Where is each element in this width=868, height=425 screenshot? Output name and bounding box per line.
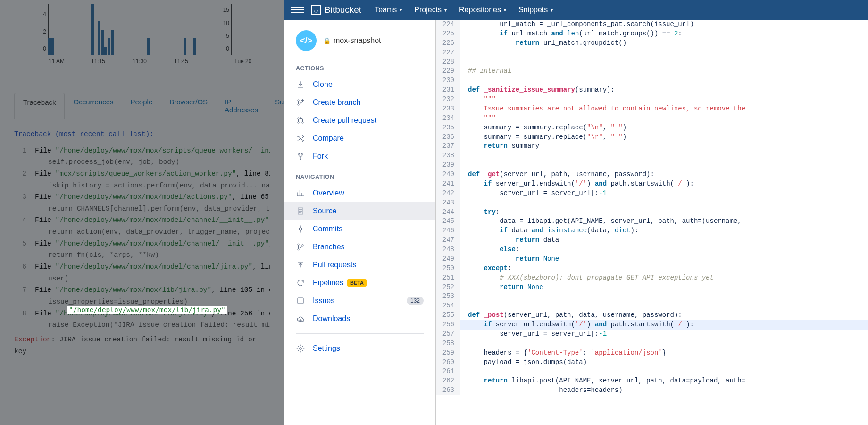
- code-line[interactable]: 248 else:: [436, 245, 868, 255]
- code-line[interactable]: 257 server_url = server_url[:-1]: [436, 330, 868, 339]
- line-number: 226: [436, 39, 460, 48]
- tab-suspect[interactable]: Suspect: [267, 93, 284, 119]
- navigation-section-label: NAVIGATION: [284, 165, 435, 184]
- highlighted-file-path[interactable]: "/home/deploy/www/mox/mox/lib/jira.py": [67, 306, 227, 314]
- code-line[interactable]: 245 data = libapi.get(API_NAME, server_u…: [436, 217, 868, 226]
- code-line[interactable]: 242 server_url = server_url[:-1]: [436, 189, 868, 198]
- sidebar-item-downloads[interactable]: Downloads: [284, 310, 435, 328]
- square-icon: [296, 296, 305, 306]
- code-line[interactable]: 234 """: [436, 114, 868, 123]
- code-line[interactable]: 237 return summary: [436, 142, 868, 151]
- sidebar-item-overview[interactable]: Overview: [284, 184, 435, 202]
- cycle-icon: [296, 278, 305, 288]
- sidebar-item-clone[interactable]: Clone: [284, 76, 435, 94]
- code-line[interactable]: 263 headers=headers): [436, 386, 868, 395]
- nav-projects[interactable]: Projects▾: [414, 6, 447, 14]
- line-number: 249: [436, 255, 460, 264]
- settings-label: Settings: [313, 344, 340, 353]
- code-line[interactable]: 246 if data and isinstance(data, dict):: [436, 226, 868, 236]
- item-label: Source: [313, 207, 337, 215]
- code-line[interactable]: 240def _get(server_url, path, username, …: [436, 170, 868, 179]
- svg-point-15: [300, 348, 302, 350]
- code-line[interactable]: 251 # XXX(sbezboro): dont propagate GET …: [436, 273, 868, 283]
- cloud-icon: [296, 314, 305, 323]
- tab-traceback[interactable]: Traceback: [14, 93, 65, 119]
- item-label: Pipelines: [313, 279, 343, 287]
- source-code-viewer[interactable]: 224 url_match = _url_components_pat.sear…: [435, 20, 868, 425]
- sidebar-item-commits[interactable]: Commits: [284, 220, 435, 238]
- brand-text: Bitbucket: [325, 5, 361, 15]
- sidebar-item-pull-requests[interactable]: Pull requests: [284, 256, 435, 274]
- code-line[interactable]: 247 return data: [436, 236, 868, 245]
- code-line[interactable]: 239: [436, 161, 868, 170]
- tab-ipaddresses[interactable]: IP Addresses: [216, 93, 267, 119]
- repo-header[interactable]: </> 🔒mox-snapshot: [284, 30, 435, 57]
- code-line[interactable]: 227: [436, 48, 868, 58]
- code-line[interactable]: 243: [436, 198, 868, 208]
- sidebar-item-pipelines[interactable]: PipelinesBETA: [284, 274, 435, 292]
- sidebar-item-create-branch[interactable]: Create branch: [284, 94, 435, 111]
- code-line[interactable]: 254: [436, 301, 868, 311]
- code-line[interactable]: 261: [436, 367, 868, 376]
- bucket-icon: ◡: [311, 5, 321, 15]
- pr-plus-icon: [296, 116, 305, 125]
- line-number: 228: [436, 58, 460, 67]
- code-line[interactable]: 229## internal: [436, 67, 868, 76]
- line-number: 229: [436, 67, 460, 76]
- line-number: 235: [436, 123, 460, 133]
- tab-people[interactable]: People: [122, 93, 161, 119]
- item-label: Clone: [313, 80, 333, 89]
- code-line[interactable]: 236 summary = summary.replace("\r", " "): [436, 133, 868, 142]
- code-line[interactable]: 255def _post(server_url, path, data, use…: [436, 311, 868, 320]
- code-line[interactable]: 244 try:: [436, 208, 868, 217]
- lock-icon: 🔒: [323, 37, 331, 44]
- line-number: 260: [436, 358, 460, 367]
- hamburger-icon[interactable]: [291, 7, 304, 13]
- sidebar-item-fork[interactable]: Fork: [284, 147, 435, 165]
- code-line[interactable]: 232 """: [436, 95, 868, 104]
- code-line[interactable]: 231def _sanitize_issue_summary(summary):: [436, 85, 868, 95]
- code-line[interactable]: 256 if server_url.endswith('/') and path…: [436, 320, 868, 330]
- code-line[interactable]: 226 return url_match.groupdict(): [436, 39, 868, 48]
- code-line[interactable]: 260 payload = json.dumps(data): [436, 358, 868, 367]
- nav-snippets[interactable]: Snippets▾: [518, 6, 553, 14]
- code-line[interactable]: 258: [436, 339, 868, 348]
- sidebar-item-branches[interactable]: Branches: [284, 238, 435, 256]
- bitbucket-logo[interactable]: ◡ Bitbucket: [311, 5, 361, 15]
- code-line[interactable]: 233 Issue summaries are not allowed to c…: [436, 104, 868, 114]
- tab-browseros[interactable]: Browser/OS: [161, 93, 216, 119]
- sidebar-item-issues[interactable]: Issues132: [284, 292, 435, 310]
- line-number: 255: [436, 311, 460, 320]
- code-line[interactable]: 262 return libapi.post(API_NAME, server_…: [436, 376, 868, 386]
- item-label: Branches: [313, 243, 345, 251]
- code-line[interactable]: 259 headers = {'Content-Type': 'applicat…: [436, 348, 868, 358]
- code-line[interactable]: 249 return None: [436, 255, 868, 264]
- svg-point-11: [298, 244, 299, 245]
- code-line[interactable]: 235 summary = summary.replace("\n", " "): [436, 123, 868, 133]
- code-line[interactable]: 250 except:: [436, 264, 868, 273]
- code-line[interactable]: 230: [436, 76, 868, 85]
- code-line[interactable]: 252 return None: [436, 283, 868, 292]
- svg-rect-14: [298, 298, 303, 304]
- exception-label: Exception: [14, 336, 51, 343]
- code-line[interactable]: 224 url_match = _url_components_pat.sear…: [436, 20, 868, 29]
- line-number: 250: [436, 264, 460, 273]
- code-line[interactable]: 241 if server_url.endswith('/') and path…: [436, 179, 868, 189]
- chart-right: 05101520 Tue 20: [217, 0, 270, 68]
- tab-occurrences[interactable]: Occurrences: [65, 93, 122, 119]
- nav-teams[interactable]: Teams▾: [375, 6, 402, 14]
- item-label: Commits: [313, 225, 342, 233]
- bitbucket-header: ◡ Bitbucket Teams▾Projects▾Repositories▾…: [284, 0, 868, 20]
- code-line[interactable]: 225 if url_match and len(url_match.group…: [436, 29, 868, 39]
- code-line[interactable]: 228: [436, 58, 868, 67]
- svg-point-12: [298, 249, 299, 250]
- sidebar-item-settings[interactable]: Settings: [284, 340, 435, 357]
- code-line[interactable]: 238: [436, 151, 868, 161]
- code-line[interactable]: 253: [436, 292, 868, 301]
- sidebar-item-compare[interactable]: Compare: [284, 129, 435, 147]
- line-number: 233: [436, 104, 460, 114]
- nav-repositories[interactable]: Repositories▾: [459, 6, 506, 14]
- sidebar-item-create-pr[interactable]: Create pull request: [284, 111, 435, 129]
- sidebar-item-source[interactable]: Source: [284, 202, 435, 220]
- line-number: 256: [436, 320, 460, 330]
